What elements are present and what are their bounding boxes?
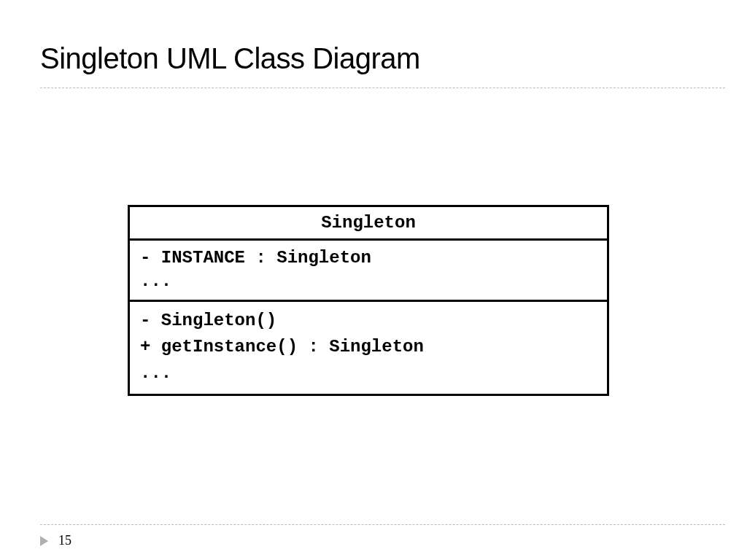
slide-title: Singleton UML Class Diagram [40, 42, 420, 75]
title-divider [40, 88, 725, 88]
uml-class-box: Singleton - INSTANCE : Singleton ... - S… [128, 205, 609, 396]
slide-footer: 15 [40, 533, 71, 548]
uml-methods-section: - Singleton() + getInstance() : Singleto… [130, 302, 607, 394]
uml-attributes-section: - INSTANCE : Singleton ... [130, 241, 607, 302]
nav-arrow-icon [40, 536, 48, 546]
footer-divider [40, 524, 725, 525]
page-number: 15 [58, 533, 71, 548]
uml-class-name: Singleton [130, 207, 607, 241]
